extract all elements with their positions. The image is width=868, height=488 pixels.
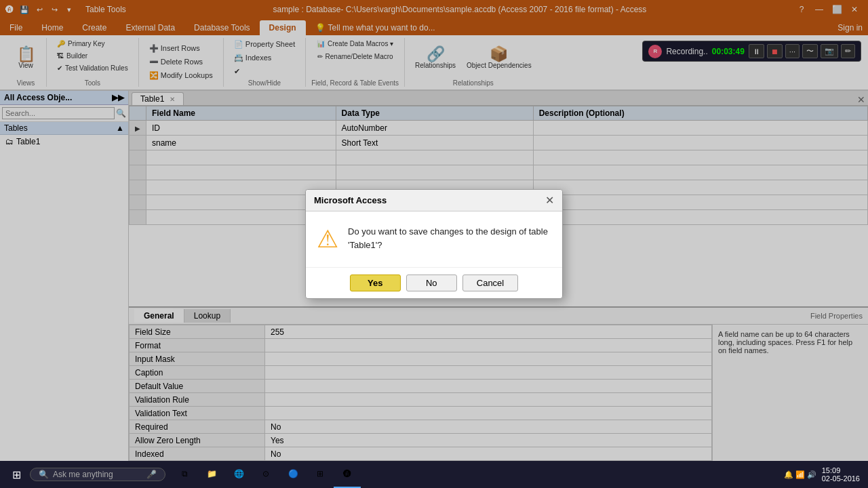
start-menu-btn-2[interactable]: ⊞ xyxy=(307,461,334,488)
taskbar-search[interactable]: 🔍 Ask me anything 🎤 xyxy=(30,468,165,481)
dialog-title-text: Microsoft Access xyxy=(314,195,387,205)
yes-button[interactable]: Yes xyxy=(350,274,401,291)
clock-time: 15:09 xyxy=(822,466,860,474)
task-view-btn[interactable]: ⧉ xyxy=(171,461,198,488)
windows-start-btn[interactable]: ⊞ xyxy=(3,461,30,488)
taskbar-right: 🔔 📶 🔊 15:09 02-05-2016 xyxy=(784,466,865,483)
dialog-body: ⚠ Do you want to save changes to the des… xyxy=(306,211,562,267)
taskbar: ⊞ 🔍 Ask me anything 🎤 ⧉ 📁 🌐 ⊙ 🔵 ⊞ 🅐 🔔 📶 … xyxy=(0,461,868,488)
dialog-message: Do you want to save changes to the desig… xyxy=(348,225,551,251)
clock: 15:09 02-05-2016 xyxy=(822,466,860,483)
system-icons: 🔔 📶 🔊 xyxy=(784,470,816,479)
save-dialog: Microsoft Access ✕ ⚠ Do you want to save… xyxy=(305,189,563,299)
no-button[interactable]: No xyxy=(406,274,457,291)
dialog-buttons: Yes No Cancel xyxy=(306,267,562,298)
ie-btn[interactable]: 🔵 xyxy=(279,461,307,488)
cancel-button[interactable]: Cancel xyxy=(462,274,518,291)
dialog-title-bar: Microsoft Access ✕ xyxy=(306,190,562,211)
dialog-close-btn[interactable]: ✕ xyxy=(545,194,554,207)
dialog-overlay: Microsoft Access ✕ ⚠ Do you want to save… xyxy=(0,0,868,488)
taskbar-search-placeholder: Ask me anything xyxy=(53,470,113,479)
file-explorer-btn[interactable]: 📁 xyxy=(198,461,225,488)
warning-icon: ⚠ xyxy=(317,225,338,253)
clock-date: 02-05-2016 xyxy=(822,474,860,483)
cortana-mic-icon: 🎤 xyxy=(146,470,157,479)
cortana-icon: 🔍 xyxy=(39,470,49,479)
taskbar-apps: ⧉ 📁 🌐 ⊙ 🔵 ⊞ 🅐 xyxy=(171,461,361,488)
edge-btn[interactable]: 🌐 xyxy=(225,461,252,488)
access-taskbar-btn[interactable]: 🅐 xyxy=(334,461,361,488)
chrome-btn[interactable]: ⊙ xyxy=(252,461,279,488)
